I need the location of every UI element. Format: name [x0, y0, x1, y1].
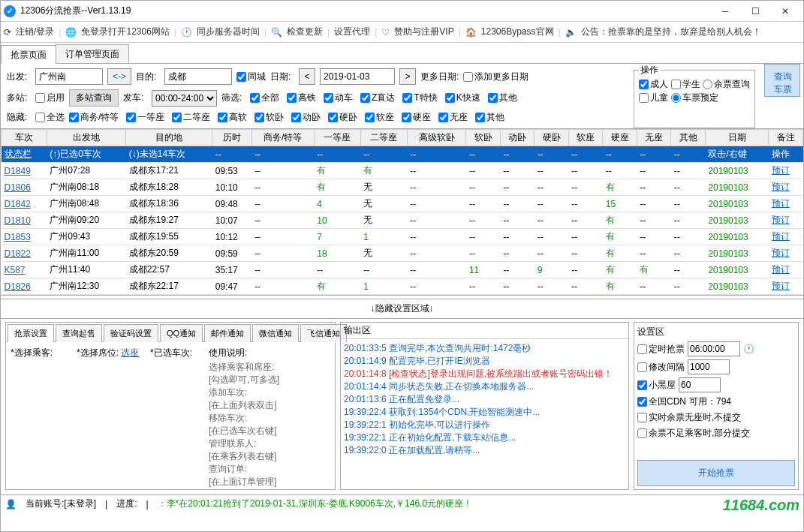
- child-checkbox[interactable]: [639, 93, 649, 103]
- filter-5[interactable]: [445, 93, 455, 103]
- book-link[interactable]: 预订: [772, 248, 790, 258]
- train-link[interactable]: D1849: [5, 166, 31, 176]
- seat-link[interactable]: 选座: [121, 347, 139, 358]
- train-link[interactable]: D1826: [5, 281, 31, 292]
- more-date-checkbox[interactable]: [463, 72, 473, 82]
- blackroom-input[interactable]: [679, 377, 721, 392]
- multi-label: 多站:: [7, 92, 31, 104]
- left-tab-4[interactable]: 邮件通知: [204, 324, 251, 342]
- filter-4[interactable]: [402, 93, 412, 103]
- table-row[interactable]: D1853广州09:43成都东19:5510:12--71----------有…: [2, 229, 803, 245]
- book-link[interactable]: 预订: [772, 182, 790, 192]
- book-link[interactable]: 预订: [772, 198, 790, 209]
- blackroom-checkbox[interactable]: [637, 380, 647, 390]
- cdn-checkbox[interactable]: [637, 397, 647, 407]
- update-link[interactable]: 检查更新: [287, 26, 323, 38]
- hide-8[interactable]: [402, 113, 411, 122]
- remain-radio[interactable]: [703, 80, 712, 89]
- date-prev[interactable]: <: [299, 68, 315, 85]
- left-tab-2[interactable]: 验证码设置: [104, 324, 158, 342]
- proxy-link[interactable]: 设置代理: [334, 26, 370, 38]
- reserve-radio[interactable]: [671, 93, 681, 103]
- hide-1[interactable]: [126, 113, 136, 122]
- table-row[interactable]: D1806广州南08:18成都东18:2810:10--有无----------…: [2, 179, 803, 196]
- interval-checkbox[interactable]: [637, 362, 647, 372]
- hide-4[interactable]: [254, 113, 264, 122]
- train-link[interactable]: D1853: [5, 232, 31, 242]
- filter-1[interactable]: [287, 93, 297, 103]
- query-button[interactable]: 查询 车票: [764, 64, 800, 97]
- nologin-link[interactable]: 免登录打开12306网站: [81, 26, 169, 38]
- hide-3[interactable]: [218, 113, 227, 122]
- hide-5[interactable]: [291, 113, 301, 122]
- hide-10[interactable]: [475, 113, 485, 122]
- filter-3[interactable]: [360, 93, 370, 103]
- train-link[interactable]: D1842: [5, 199, 31, 209]
- from-input[interactable]: [35, 68, 103, 85]
- book-link[interactable]: 预订: [772, 264, 790, 275]
- time-select[interactable]: 00:00-24:00: [152, 90, 217, 107]
- logout-link[interactable]: 注销/登录: [16, 26, 54, 38]
- minimize-button[interactable]: ─: [710, 1, 740, 22]
- book-link[interactable]: 预订: [772, 215, 790, 225]
- swap-button[interactable]: <->: [107, 68, 131, 85]
- date-input[interactable]: [320, 68, 395, 85]
- app-icon: ✓: [4, 5, 16, 17]
- left-tab-0[interactable]: 抢票设置: [8, 324, 54, 342]
- student-checkbox[interactable]: [671, 80, 681, 89]
- left-tab-3[interactable]: QQ通知: [160, 324, 203, 342]
- sync-link[interactable]: 同步服务器时间: [197, 26, 260, 38]
- depart-label: 发车:: [123, 92, 147, 104]
- hide-2[interactable]: [172, 113, 182, 122]
- train-link[interactable]: D1822: [5, 248, 31, 259]
- train-link[interactable]: D1806: [5, 182, 31, 193]
- realtime-checkbox[interactable]: [637, 413, 647, 422]
- hide-7[interactable]: [365, 113, 375, 122]
- timed-input[interactable]: [688, 341, 740, 356]
- output-log: 20:01:33:5 查询完毕,本次查询共用时:1472毫秒20:01:14:9…: [341, 339, 628, 489]
- tab-grab[interactable]: 抢票页面: [1, 45, 56, 64]
- multi-query-button[interactable]: 多站查询: [69, 89, 119, 107]
- close-button[interactable]: ✕: [770, 1, 800, 22]
- tab-orders[interactable]: 订单管理页面: [56, 44, 129, 63]
- table-row[interactable]: D1826广州南12:30成都东22:1709:47--有1----------…: [2, 278, 803, 295]
- hide-0[interactable]: [69, 113, 79, 122]
- date-next[interactable]: >: [399, 68, 416, 85]
- account-status: 当前账号:[未登录]: [26, 497, 96, 510]
- timed-checkbox[interactable]: [637, 344, 647, 354]
- bypass-link[interactable]: 12306Bypass官网: [481, 26, 554, 38]
- notice-text: 公告：抢票靠的是坚持，放弃是给别人机会！: [581, 26, 761, 38]
- filter-6[interactable]: [488, 93, 498, 103]
- hide-settings-bar[interactable]: ↓隐藏设置区域↓: [1, 299, 803, 319]
- table-row[interactable]: D1842广州南08:48成都东18:3609:48--4无----------…: [2, 196, 803, 212]
- same-city-checkbox[interactable]: [236, 72, 246, 82]
- table-row[interactable]: D1849广州07:28成都东17:2109:53--有有-----------…: [2, 163, 803, 179]
- vip-link[interactable]: 赞助与注册VIP: [394, 26, 453, 38]
- notenough-checkbox[interactable]: [637, 428, 647, 438]
- enable-checkbox[interactable]: [35, 93, 45, 103]
- status-row: 状态栏(↑)已选0车次(↓)未选14车次--------------------…: [2, 146, 803, 163]
- table-row[interactable]: D1810广州南09:20成都东19:2710:07--10无---------…: [2, 212, 803, 229]
- table-row[interactable]: K587广州11:40成都22:5735:17--------11--9--有有…: [2, 262, 803, 278]
- hide-6[interactable]: [328, 113, 338, 122]
- hide-9[interactable]: [438, 113, 448, 122]
- left-tab-5[interactable]: 微信通知: [252, 324, 299, 342]
- book-link[interactable]: 预订: [772, 231, 790, 242]
- book-link[interactable]: 预订: [772, 165, 790, 176]
- filter-2[interactable]: [324, 93, 333, 103]
- train-link[interactable]: K587: [5, 265, 26, 275]
- start-button[interactable]: 开始抢票: [637, 460, 795, 486]
- to-input[interactable]: [164, 68, 232, 85]
- progress-label: 进度:: [116, 497, 137, 510]
- interval-input[interactable]: [688, 359, 730, 374]
- left-tab-1[interactable]: 查询起售: [56, 324, 102, 342]
- filter-0[interactable]: [250, 93, 260, 103]
- maximize-button[interactable]: ☐: [740, 1, 770, 22]
- ops-legend: 操作: [639, 64, 660, 77]
- passenger-header: *选择乘客:: [11, 347, 71, 359]
- book-link[interactable]: 预订: [772, 281, 790, 291]
- table-row[interactable]: D1822广州南11:00成都东20:5909:59--18无---------…: [2, 245, 803, 262]
- train-link[interactable]: D1810: [5, 215, 31, 226]
- hide-all-checkbox[interactable]: [35, 113, 45, 122]
- adult-checkbox[interactable]: [639, 80, 649, 89]
